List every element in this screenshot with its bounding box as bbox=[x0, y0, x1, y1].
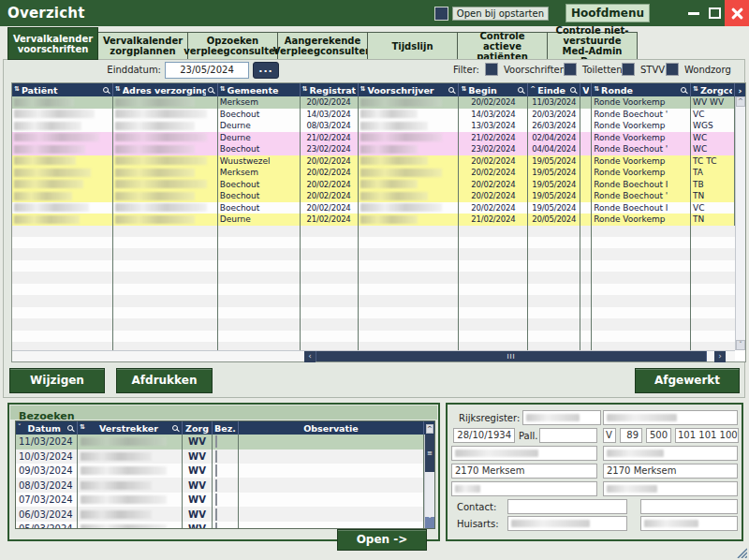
bezoeken-row[interactable]: 06/03/2024 WV bbox=[16, 508, 424, 523]
extra-field-right[interactable] bbox=[603, 481, 738, 496]
maximize-button[interactable] bbox=[704, 0, 725, 26]
bezoeken-row[interactable]: 07/03/2024 WV bbox=[16, 493, 424, 508]
vertical-scrollbar[interactable]: ^ ˇ bbox=[735, 96, 745, 350]
city-field-right[interactable]: 2170 Merksem bbox=[603, 464, 738, 479]
scroll-down-icon[interactable]: ˇ bbox=[425, 517, 434, 528]
minimize-button[interactable] bbox=[683, 0, 704, 26]
table-row[interactable]: Boechout 23/02/2024 23/02/2024 04/04/202… bbox=[12, 143, 735, 155]
contact-field-right[interactable] bbox=[640, 499, 738, 514]
column-header-patient[interactable]: ⇅Patiënt bbox=[12, 83, 113, 96]
toiletten-checkbox[interactable] bbox=[564, 63, 577, 76]
column-header-einde[interactable]: ^Einde bbox=[528, 83, 580, 96]
column-header-bez[interactable]: Bez. bbox=[213, 421, 239, 435]
table-row[interactable]: Merksem 20/02/2024 20/02/2024 11/03/2024… bbox=[12, 96, 735, 109]
table-row[interactable]: Deurne 08/03/2024 13/03/2024 26/03/2024 … bbox=[12, 120, 735, 132]
open-button[interactable]: Open -> bbox=[337, 529, 427, 551]
horizontal-scrollbar[interactable]: ‹ III › bbox=[12, 350, 735, 361]
bezoeken-row[interactable]: 08/03/2024 WV bbox=[16, 479, 424, 494]
bezoeken-row[interactable]: 09/03/2024 WV bbox=[16, 464, 424, 479]
search-icon[interactable] bbox=[208, 87, 213, 93]
search-icon[interactable] bbox=[103, 87, 109, 93]
address-field-left[interactable] bbox=[451, 446, 597, 461]
table-row[interactable]: Merksem 20/02/2024 20/02/2024 19/05/2024… bbox=[12, 167, 735, 179]
bezoek-checkbox[interactable] bbox=[215, 523, 217, 528]
table-row[interactable]: Boechout 20/02/2024 20/02/2024 19/05/202… bbox=[12, 190, 735, 202]
search-icon[interactable] bbox=[67, 425, 73, 431]
percentages-field[interactable]: 101 101 100% bbox=[675, 428, 739, 443]
tab[interactable]: Aangerekende Verpleegconsulten bbox=[277, 32, 368, 60]
stvv-checkbox[interactable] bbox=[622, 63, 635, 76]
scroll-left-icon[interactable]: ‹ bbox=[304, 351, 316, 362]
bezoek-checkbox[interactable] bbox=[215, 494, 217, 506]
table-row[interactable]: Wuustwezel 20/02/2024 20/02/2024 19/05/2… bbox=[12, 155, 735, 168]
scroll-right-icon[interactable]: › bbox=[714, 351, 726, 362]
tab[interactable]: Controle actieve patiënten bbox=[457, 32, 548, 60]
column-header-datum[interactable]: ˇDatum bbox=[16, 421, 78, 435]
huisarts-field-right[interactable] bbox=[640, 516, 738, 531]
huisarts-field-left[interactable] bbox=[507, 516, 627, 531]
afgewerkt-button[interactable]: Afgewerkt bbox=[635, 368, 740, 393]
column-header-zorgcode[interactable]: ⇅Zorgcode bbox=[691, 83, 735, 96]
bezoek-checkbox[interactable] bbox=[215, 450, 217, 463]
scroll-down-icon[interactable]: ˇ bbox=[736, 340, 745, 350]
column-header-ronde[interactable]: ⇅Ronde bbox=[592, 83, 691, 96]
code-field[interactable]: 500 bbox=[646, 428, 671, 443]
age-field[interactable]: 89 bbox=[620, 428, 642, 443]
einddatum-input[interactable]: 23/05/2024 bbox=[165, 62, 249, 79]
column-header-v[interactable]: V bbox=[580, 83, 592, 96]
bezoeken-vertical-scrollbar[interactable]: ≡ ˇ bbox=[424, 435, 434, 528]
scroll-up-icon[interactable]: ^ bbox=[736, 96, 745, 107]
table-row[interactable]: Deurne 21/02/2024 21/02/2024 20/05/2024 … bbox=[12, 214, 735, 226]
tab[interactable]: Opzoeken verpleegconsulten bbox=[187, 32, 278, 60]
bezoeken-row[interactable]: 10/03/2024 WV bbox=[16, 449, 424, 464]
search-icon[interactable] bbox=[681, 87, 686, 93]
afdrukken-button[interactable]: Afdrukken bbox=[116, 368, 213, 393]
column-header-observatie[interactable]: Observatie bbox=[239, 421, 424, 435]
column-header-gemeente[interactable]: ⇅Gemeente bbox=[218, 83, 301, 96]
column-scroll-right-icon[interactable]: › bbox=[735, 83, 745, 96]
bezoek-checkbox[interactable] bbox=[215, 508, 217, 521]
column-header-begin[interactable]: ⇅Begin bbox=[459, 83, 528, 96]
tab[interactable]: Vervalkalender zorgplannen bbox=[97, 32, 188, 60]
table-row[interactable]: Boechout 20/02/2024 20/02/2024 19/05/202… bbox=[12, 202, 735, 214]
rijksregister-field[interactable] bbox=[522, 410, 601, 425]
scrollbar-thumb[interactable]: III bbox=[316, 351, 707, 361]
resize-grip-icon[interactable] bbox=[735, 546, 747, 558]
table-row[interactable]: Boechout 20/02/2024 20/02/2024 19/05/202… bbox=[12, 179, 735, 191]
column-header-adres-verzorging[interactable]: ⇅Adres verzorging bbox=[113, 83, 218, 96]
scrollbar-thumb[interactable]: ≡ bbox=[425, 435, 434, 472]
search-icon[interactable] bbox=[518, 87, 523, 93]
column-header-voorschrijver[interactable]: ⇅Voorschrijver bbox=[359, 83, 460, 96]
tab[interactable]: Vervalkalender voorschriften bbox=[7, 27, 98, 60]
voorschriften-checkbox[interactable] bbox=[485, 63, 498, 76]
open-bij-opstarten-checkbox[interactable] bbox=[434, 7, 448, 21]
wondzorg-checkbox[interactable] bbox=[666, 63, 679, 76]
address-field-right[interactable] bbox=[603, 446, 738, 461]
wijzigen-button[interactable]: Wijzigen bbox=[9, 368, 105, 393]
birthdate-field[interactable]: 28/10/1934 bbox=[453, 428, 515, 443]
tab[interactable]: Controle niet-verstuurde Med-Admin Doc. bbox=[547, 32, 638, 60]
search-icon[interactable] bbox=[570, 87, 576, 93]
column-header-registratie[interactable]: ⇅Registratie bbox=[301, 83, 359, 96]
name-field[interactable] bbox=[603, 410, 738, 425]
bezoeken-row[interactable]: 11/03/2024 WV bbox=[16, 435, 424, 449]
tab[interactable]: Tijdslijn bbox=[367, 32, 458, 60]
einddatum-picker-button[interactable]: ... bbox=[253, 62, 279, 79]
search-icon[interactable] bbox=[172, 425, 178, 431]
pall-field[interactable] bbox=[539, 428, 597, 443]
bezoek-checkbox[interactable] bbox=[215, 435, 217, 448]
extra-field-left[interactable] bbox=[451, 481, 597, 496]
close-button[interactable] bbox=[725, 0, 749, 26]
column-header-verstrekker[interactable]: ⇅Verstrekker bbox=[78, 421, 183, 435]
hoofdmenu-button[interactable]: Hoofdmenu bbox=[565, 4, 650, 22]
bezoeken-row[interactable]: 05/03/2024 WV bbox=[16, 522, 424, 528]
table-row[interactable]: Deurne 21/02/2024 21/02/2024 02/04/2024 … bbox=[12, 132, 735, 144]
gender-field[interactable]: V bbox=[603, 428, 616, 443]
table-row[interactable]: Boechout 14/03/2024 14/03/2024 20/03/202… bbox=[12, 109, 735, 121]
search-icon[interactable] bbox=[448, 87, 454, 93]
city-field-left[interactable]: 2170 Merksem bbox=[451, 464, 597, 479]
contact-field-left[interactable] bbox=[507, 499, 627, 514]
column-header-zorg[interactable]: Zorg bbox=[183, 421, 213, 435]
bezoek-checkbox[interactable] bbox=[215, 479, 217, 492]
bezoek-checkbox[interactable] bbox=[215, 464, 217, 477]
